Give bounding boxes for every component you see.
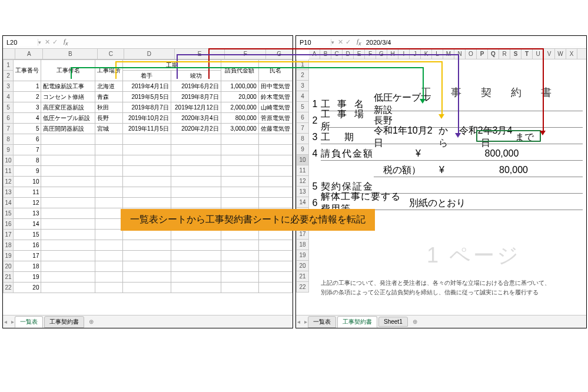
name-box[interactable]: P10	[296, 39, 331, 46]
cancel-icon[interactable]: ✕	[45, 38, 50, 46]
formula-bar: P10 ▾ ✕ ✓ fx 2020/3/4	[296, 36, 586, 49]
tab-list[interactable]: 一覧表	[15, 316, 43, 328]
fx-icon[interactable]: fx	[354, 38, 364, 46]
row-headers[interactable]: 12345678910111213141516171819202122	[296, 59, 309, 293]
tab-contract[interactable]: 工事契約書	[44, 316, 84, 328]
list-table[interactable]: 1工事番号工事件名工事場所工期請負代金額氏名2着手竣功31配電線新設工事北海道2…	[3, 59, 293, 293]
tab-sheet1[interactable]: Sheet1	[378, 317, 408, 327]
enter-icon[interactable]: ✓	[52, 38, 58, 46]
enter-icon[interactable]: ✓	[346, 38, 351, 46]
column-headers[interactable]: ABCDEFG	[3, 49, 293, 59]
left-spreadsheet-pane: L20 ▾ ✕ ✓ fx ABCDEFG 1工事番号工事件名工事場所工期請負代金…	[2, 35, 293, 328]
cancel-icon[interactable]: ✕	[338, 38, 343, 46]
sheet-tabs: ◂ ▸ 一覧表 工事契約書 Sheet1 ⊕	[296, 315, 586, 328]
tab-contract[interactable]: 工事契約書	[337, 316, 377, 328]
contract-document: 工 事 契 約 書 1工 事 名低圧ケーブル新設 2工 事 場 所長野 3 工 …	[309, 59, 586, 315]
value-amount: 800,000	[421, 148, 583, 159]
fx-icon[interactable]: fx	[61, 38, 71, 46]
sheet-tabs: ◂ ▸ 一覧表 工事契約書 ⊕	[3, 315, 293, 328]
page-watermark: 1 ページ	[427, 241, 521, 270]
column-headers[interactable]: ABCDEFGHIJKLMNOPQRSTUVWX	[309, 49, 586, 59]
add-sheet-icon[interactable]: ⊕	[85, 318, 97, 325]
formula-input[interactable]: 2020/3/4	[364, 39, 586, 46]
tab-nav-icon[interactable]: ◂ ▸	[297, 318, 308, 325]
right-spreadsheet-pane: P10 ▾ ✕ ✓ fx 2020/3/4 ABCDEFGHIJKLMNOPQR…	[295, 35, 587, 328]
annotation-banner: 一覧表シートから工事契約書シートに必要な情報を転記	[121, 209, 375, 231]
tab-nav-icon[interactable]: ◂ ▸	[4, 318, 15, 325]
add-sheet-icon[interactable]: ⊕	[409, 318, 421, 325]
formula-bar: L20 ▾ ✕ ✓ fx	[3, 36, 293, 49]
tab-list[interactable]: 一覧表	[308, 316, 336, 328]
name-box[interactable]: L20	[3, 39, 38, 46]
